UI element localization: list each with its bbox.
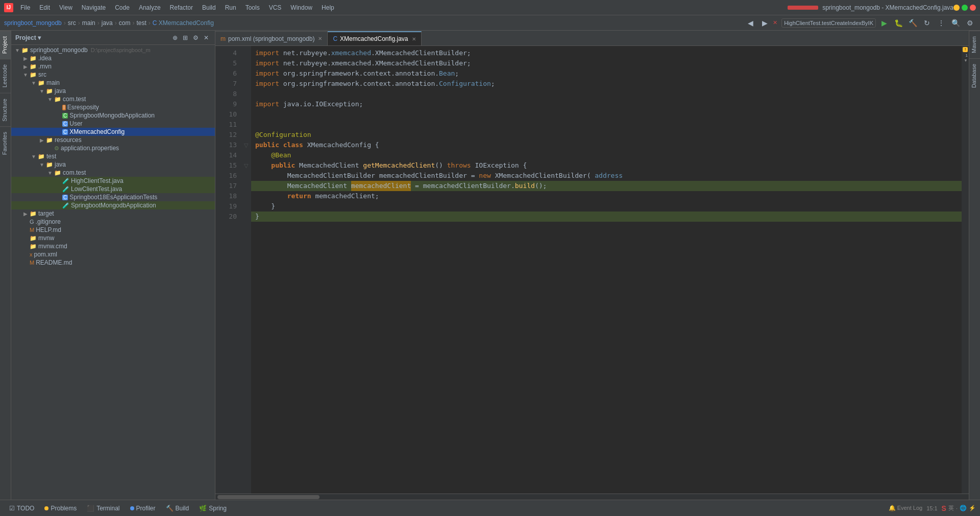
tree-item[interactable]: G.gitignore [11,218,215,226]
panel-btn-hide[interactable]: ✕ [202,33,211,42]
bottom-tab-problems[interactable]: Problems [39,504,82,513]
bc-project[interactable]: springboot_mongodb [4,19,62,27]
tree-arrow[interactable]: ▶ [38,137,46,143]
menu-item-navigate[interactable]: Navigate [78,3,110,12]
run-button[interactable]: ▶ [878,17,890,29]
sidebar-tab-structure[interactable]: Structure [0,93,11,127]
scroll-thumb-horizontal[interactable] [217,495,320,499]
build-button[interactable]: 🔨 [906,17,919,29]
tree-item[interactable]: ▼📁springboot_mongodbD:\project\springboo… [11,46,215,54]
minimize-button[interactable] [953,5,960,11]
event-log[interactable]: 🔔 Event Log [889,505,923,511]
bottom-tab-build[interactable]: 🔨 Build [161,504,194,513]
tree-arrow[interactable]: ▶ [21,56,30,61]
tree-item[interactable]: xpom.xml [11,250,215,259]
tree-arrow[interactable]: ▼ [21,72,30,78]
panel-btn-expand[interactable]: ⊞ [181,33,190,42]
bc-main[interactable]: main [82,19,95,27]
forward-button[interactable]: ▶ [758,17,771,29]
run-config-select[interactable]: HighClientTest.testCreateIndexByIK [781,18,876,28]
tree-item[interactable]: ⚙application.properties [11,144,215,152]
maximize-button[interactable] [962,5,968,11]
sidebar-tab-maven[interactable]: Maven [969,31,980,58]
tree-item[interactable]: ▶📁.mvn [11,62,215,71]
tree-arrow[interactable]: ▼ [30,80,38,86]
tree-item[interactable]: ▶📁target [11,209,215,218]
tree-item[interactable]: ▼📁com.test [11,169,215,177]
tree-item[interactable]: ▶📁resources [11,136,215,144]
menu-item-window[interactable]: Window [286,3,316,12]
tree-item[interactable]: 🧪LowClientTest.java [11,185,215,193]
back-button[interactable]: ◀ [744,17,756,29]
settings-button[interactable]: ⚙ [964,17,976,29]
tab-xmemcached-close[interactable]: ✕ [412,36,416,42]
fold-marker-class[interactable]: ▽ [241,140,251,150]
tree-arrow[interactable]: ▼ [30,154,38,159]
sidebar-tab-database[interactable]: Database [969,58,980,93]
tree-item[interactable]: ▼📁src [11,71,215,79]
tree-arrow[interactable]: ▼ [46,170,54,176]
bottom-tab-spring[interactable]: 🌿 Spring [194,504,232,513]
bc-class[interactable]: C XMemcachedConfig [153,19,214,27]
menu-item-file[interactable]: File [16,3,34,12]
tree-item[interactable]: 🧪HighClientTest.java [11,177,215,185]
tree-item[interactable]: ▼📁test [11,152,215,160]
more-button[interactable]: ⋮ [935,17,947,29]
tree-item[interactable]: ▼📁java [11,160,215,169]
bc-com[interactable]: com [119,19,131,27]
tab-pom-close[interactable]: ✕ [318,36,322,41]
tree-item[interactable]: CXMemcachedConfig [11,128,215,136]
tree-arrow[interactable]: ▼ [13,48,21,53]
sync-button[interactable]: ↻ [921,17,933,29]
menu-item-refactor[interactable]: Refactor [166,3,197,12]
menu-item-edit[interactable]: Edit [35,3,54,12]
tree-item[interactable]: CSpringboot18EsApplicationTests [11,193,215,201]
fold-marker-method[interactable]: ▽ [241,160,251,171]
bc-test[interactable]: test [136,19,146,27]
tree-item[interactable]: MREADME.md [11,259,215,267]
tab-xmemcached[interactable]: C XMemcachedConfig.java ✕ [328,31,421,45]
menu-item-analyze[interactable]: Analyze [135,3,165,12]
menu-item-view[interactable]: View [55,3,77,12]
menu-item-tools[interactable]: Tools [241,3,264,12]
tree-arrow[interactable]: ▶ [21,211,30,217]
code-content[interactable]: import net.rubyeye.xmemcached.XMemcached… [251,46,962,494]
debug-button[interactable]: 🐛 [892,17,904,29]
tree-item[interactable]: IEsresposity [11,103,215,111]
problems-dot [44,506,48,510]
bc-java[interactable]: java [102,19,113,27]
menu-item-vcs[interactable]: VCS [265,3,286,12]
bottom-tab-todo[interactable]: ☑ TODO [4,504,39,513]
panel-btn-settings[interactable]: ⚙ [191,33,201,42]
menu-item-run[interactable]: Run [221,3,240,12]
sidebar-tab-leetcode[interactable]: Leetcode [0,59,11,92]
close-button[interactable] [970,5,976,11]
search-everywhere[interactable]: 🔍 [949,17,962,29]
tree-item[interactable]: 📁mvnw.cmd [11,242,215,250]
tree-arrow[interactable]: ▶ [21,64,30,69]
tab-pom-xml[interactable]: m pom.xml (springboot_mongodb) ✕ [215,31,328,45]
horizontal-scrollbar[interactable] [215,494,969,500]
tree-item[interactable]: CUser [11,120,215,128]
tree-arrow[interactable]: ▼ [38,162,46,168]
panel-btn-collapse[interactable]: ⊕ [170,33,180,42]
bc-src[interactable]: src [68,19,76,27]
tree-item[interactable]: ▼📁java [11,87,215,95]
tree-item[interactable]: ▼📁com.test [11,95,215,103]
tree-item[interactable]: CSpringbootMongodbApplication [11,111,215,120]
tree-item[interactable]: MHELP.md [11,226,215,234]
tree-item[interactable]: 📁mvnw [11,234,215,242]
warning-indicator: ! [963,47,968,52]
tree-item[interactable]: 🧪SpringbootMongodbApplication [11,201,215,209]
menu-item-build[interactable]: Build [198,3,220,12]
bottom-tab-terminal[interactable]: ⬛ Terminal [82,504,125,513]
menu-item-code[interactable]: Code [111,3,134,12]
sidebar-tab-favorites[interactable]: Favorites [0,126,11,160]
tree-arrow[interactable]: ▼ [46,97,54,102]
sidebar-tab-project[interactable]: Project [0,31,11,59]
tree-item[interactable]: ▶📁.idea [11,54,215,62]
bottom-tab-profiler[interactable]: Profiler [125,504,161,513]
menu-item-help[interactable]: Help [317,3,338,12]
tree-arrow[interactable]: ▼ [38,88,46,94]
tree-item[interactable]: ▼📁main [11,79,215,87]
